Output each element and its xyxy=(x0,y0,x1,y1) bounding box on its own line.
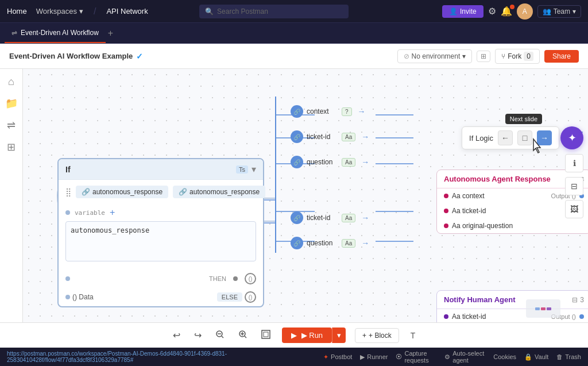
fork-button[interactable]: ⑂ Fork 0 xyxy=(495,49,540,64)
next-slide-tooltip: Next slide xyxy=(505,114,542,124)
flow-icon: ⇌ xyxy=(11,29,17,37)
canvas-area: If Ts ▾ ⣿ 🔗 autonomous_response 🔗 autono… xyxy=(23,69,588,322)
expand-notify-icon[interactable]: ⊟ xyxy=(572,296,578,304)
status-actions: ✦ Postbot ▶ Runner ⦿ Capture requests ⚙ … xyxy=(323,350,581,364)
search-icon: 🔍 xyxy=(205,7,214,16)
then-circle: () xyxy=(245,273,256,284)
flows-sidebar-icon[interactable]: ⇌ xyxy=(7,119,16,132)
port-dot-agent-question xyxy=(444,224,448,228)
no-env-icon: ⊘ xyxy=(404,52,409,60)
trash-status[interactable]: 🗑 Trash xyxy=(556,350,581,364)
tooltip-back-button[interactable]: ← xyxy=(498,130,513,145)
svg-line-23 xyxy=(245,336,246,338)
vault-icon: 🔒 xyxy=(524,353,532,361)
port-dot-left-then xyxy=(65,276,70,281)
zoom-out-button[interactable] xyxy=(213,328,227,344)
condition-pill-2: 🔗 autonomous_response xyxy=(173,186,265,198)
else-circle: () xyxy=(245,291,256,303)
agent-row-question: Aa original-question xyxy=(437,218,588,233)
layout-icon[interactable]: ⊞ xyxy=(477,51,490,62)
postbot-status[interactable]: ✦ Postbot xyxy=(323,350,352,364)
add-tab-button[interactable]: + xyxy=(106,28,115,38)
text-tool-button[interactable]: T xyxy=(408,329,418,342)
tab-event-driven[interactable]: ⇌ Event-Driven AI Workflow xyxy=(5,23,106,43)
zoom-in-button[interactable] xyxy=(236,328,250,344)
bottom-connectors: 🔗 ticket-id Aa → 🔗 question Aa → xyxy=(291,211,369,249)
auto-select-status[interactable]: ⚙ Auto-select agent xyxy=(444,350,485,364)
right-panel-icons: ℹ ⊟ 🖼 xyxy=(565,154,583,218)
capture-icon: ⦿ xyxy=(396,353,402,360)
connector-context: 🔗 context ? → xyxy=(291,105,369,118)
port-dot-agent-ticket xyxy=(444,209,448,213)
svg-rect-26 xyxy=(262,330,270,338)
trash-icon: 🗑 xyxy=(556,353,563,360)
run-dropdown-button[interactable]: ▾ xyxy=(332,328,346,343)
notify-controls: ⊟ 3 xyxy=(572,296,584,304)
status-bar: https://postman.postman.co/workspace/Pos… xyxy=(0,348,588,366)
share-button[interactable]: Share xyxy=(544,50,579,63)
home-sidebar-icon[interactable]: ⌂ xyxy=(8,76,14,88)
notification-badge xyxy=(510,5,514,9)
auto-icon: ⚙ xyxy=(444,353,450,361)
columns-panel-button[interactable]: ⊟ xyxy=(565,177,583,195)
chevron-down-icon[interactable]: ▾ xyxy=(252,164,256,175)
tooltip-square-button[interactable]: □ xyxy=(517,130,532,145)
fab-right-button[interactable]: ✦ xyxy=(560,126,583,149)
run-button[interactable]: ▶ ▶ Run xyxy=(282,328,332,343)
link-icon-context: 🔗 xyxy=(291,105,303,118)
port-dot-notify-ticket xyxy=(444,314,448,319)
drag-handle[interactable]: ⣿ xyxy=(65,187,71,197)
bell-icon[interactable]: 🔔 xyxy=(501,6,512,17)
arrow-right-icon: → xyxy=(358,107,366,116)
workspaces-button[interactable]: Workspaces ▾ xyxy=(36,7,83,16)
condition-row: ⣿ 🔗 autonomous_response 🔗 autonomous_res… xyxy=(59,180,263,204)
link-icon-question: 🔗 xyxy=(291,156,303,168)
arrow-right-icon-2: → xyxy=(361,132,369,141)
textarea-area xyxy=(59,221,263,269)
team-icon: 👥 xyxy=(543,7,551,16)
user-plus-icon: 👤 xyxy=(449,7,458,16)
connector-question-else: 🔗 question Aa → xyxy=(291,237,369,249)
context-connectors: 🔗 context ? → 🔗 ticket-id Aa → 🔗 questio… xyxy=(291,105,369,168)
home-button[interactable]: Home xyxy=(7,7,27,16)
connector-ticket-else: 🔗 ticket-id Aa → xyxy=(291,211,369,224)
top-nav: Home Workspaces ▾ / API Network 🔍 Search… xyxy=(0,0,588,23)
fork-icon: ⑂ xyxy=(501,52,505,60)
cookies-status[interactable]: Cookies xyxy=(493,350,516,364)
team-button[interactable]: 👥 Team ▾ xyxy=(537,5,581,18)
port-dot-agent-context xyxy=(444,194,448,198)
condition-textarea[interactable] xyxy=(65,221,256,261)
image-panel-button[interactable]: 🖼 xyxy=(565,200,583,218)
link-icon-ticket: 🔗 xyxy=(291,130,303,143)
minimap xyxy=(526,299,560,318)
notify-human-box: Notify Human Agent ⊟ 3 Aa ticket-id Outp… xyxy=(436,290,588,322)
capture-status[interactable]: ⦿ Capture requests xyxy=(396,350,436,364)
then-bar: THEN () xyxy=(59,269,263,288)
connector-ticketid: 🔗 ticket-id Aa → xyxy=(291,130,369,143)
notify-row-ticket: Aa ticket-id Output () xyxy=(437,309,588,322)
avatar[interactable]: A xyxy=(517,3,533,20)
invite-button[interactable]: 👤 Invite xyxy=(442,5,483,18)
arrow-right-else-q: → xyxy=(361,238,369,248)
add-variable-button[interactable]: + xyxy=(110,207,115,218)
link-icon-2: 🔗 xyxy=(179,188,187,196)
tooltip-forward-button[interactable]: → xyxy=(537,130,552,145)
runner-status[interactable]: ▶ Runner xyxy=(360,350,388,364)
search-bar[interactable]: 🔍 Search Postman xyxy=(199,5,349,18)
tab-bar: ⇌ Event-Driven AI Workflow + xyxy=(0,23,588,44)
undo-button[interactable]: ↩ xyxy=(171,328,183,343)
verified-icon: ✓ xyxy=(136,52,143,61)
fit-screen-button[interactable] xyxy=(259,328,273,344)
postbot-icon: ✦ xyxy=(323,353,328,361)
condition-pill-1: 🔗 autonomous_response xyxy=(76,186,168,198)
magic-icon: ✦ xyxy=(568,132,577,144)
collections-sidebar-icon[interactable]: 📁 xyxy=(5,97,18,110)
sub-header-right: ⊘ No environment ▾ ⊞ ⑂ Fork 0 Share xyxy=(397,49,579,64)
vault-status[interactable]: 🔒 Vault xyxy=(524,350,548,364)
gear-icon[interactable]: ⚙ xyxy=(488,6,496,17)
redo-button[interactable]: ↪ xyxy=(192,328,204,343)
block-button[interactable]: + + Block xyxy=(355,328,399,343)
grid-sidebar-icon[interactable]: ⊞ xyxy=(7,141,16,153)
info-panel-button[interactable]: ℹ xyxy=(565,154,583,172)
environment-selector[interactable]: ⊘ No environment ▾ xyxy=(397,49,473,63)
